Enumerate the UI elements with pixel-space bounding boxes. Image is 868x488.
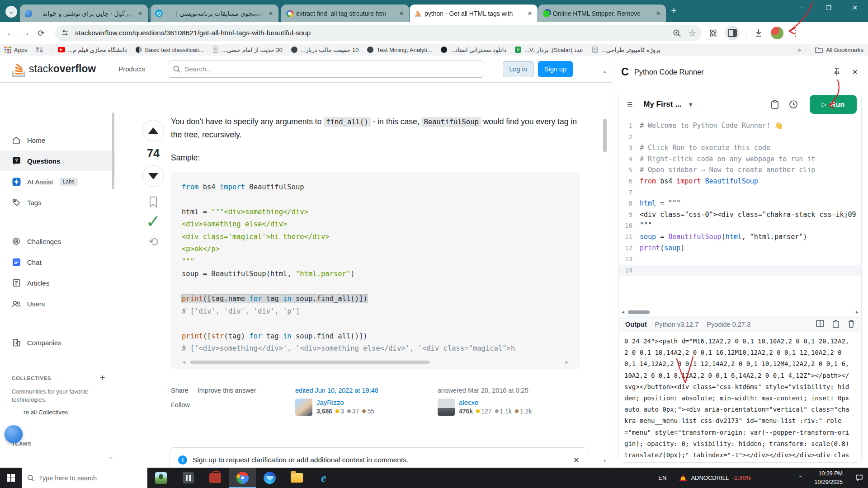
sidebar-item-companies[interactable]: Companies xyxy=(0,332,115,353)
editor-line[interactable]: 2 xyxy=(619,131,861,143)
stock-ticker[interactable]: ADNOCDRILL -2.60% xyxy=(673,474,757,481)
code-hscroll-thumb[interactable] xyxy=(190,361,430,364)
bookmark-item[interactable]: پروژه کامپیوتر طراحی... xyxy=(591,46,660,53)
downloads-icon[interactable] xyxy=(753,27,764,39)
editor-hscroll-thumb[interactable] xyxy=(628,310,650,314)
sidebar-item-challenges[interactable]: Challenges xyxy=(0,231,115,252)
scroll-right-icon[interactable]: ► xyxy=(855,310,859,314)
bookmark-icon[interactable] xyxy=(149,196,158,208)
bookmark-item[interactable]: دانلود سخنرانی استاد... xyxy=(440,46,507,53)
extensions-icon[interactable] xyxy=(707,27,719,39)
user-name-link[interactable]: JayRizzo xyxy=(316,399,374,406)
editor-line[interactable]: 9<div class="css-0"><div class="chakra-s… xyxy=(619,209,861,221)
page-scrollbar[interactable]: ▲ ▼ xyxy=(602,56,608,468)
copy-output-icon[interactable] xyxy=(832,320,840,328)
browser-tab[interactable]: ویرگول - جایی برای نوشتن و خواند✕ xyxy=(20,5,148,22)
minimize-button[interactable]: ─ xyxy=(789,0,816,15)
history-clock-icon[interactable] xyxy=(789,100,798,109)
run-button[interactable]: ▷ Run xyxy=(810,95,857,114)
tab-close-icon[interactable]: ✕ xyxy=(526,9,534,18)
sidebar-scroll-down-icon[interactable]: ⌄ xyxy=(108,453,113,460)
taskbar-app-edge[interactable] xyxy=(256,468,283,488)
so-search-box[interactable]: Search... xyxy=(168,61,484,78)
scroll-left-icon[interactable]: ◄ xyxy=(621,310,625,314)
tab-close-icon[interactable]: ✕ xyxy=(267,9,275,18)
browser-tab[interactable]: python - Get all HTML tags with✕ xyxy=(410,5,538,22)
start-button[interactable] xyxy=(0,468,22,488)
sidebar-item-questions[interactable]: ?Questions xyxy=(0,150,115,171)
editor-line[interactable]: 7 xyxy=(619,187,861,198)
trash-icon[interactable] xyxy=(848,320,855,328)
sidebar-scrollbar[interactable] xyxy=(112,113,114,189)
upvote-button[interactable] xyxy=(142,120,164,141)
follow-link[interactable]: Follow xyxy=(171,401,190,408)
hamburger-menu-icon[interactable]: ≡ xyxy=(627,99,632,110)
taskbar-app-chrome[interactable] xyxy=(229,468,256,488)
site-info-icon[interactable] xyxy=(61,29,71,37)
zoom-icon[interactable] xyxy=(673,29,681,38)
bookmark-item[interactable]: Basic text classificati... xyxy=(135,46,204,53)
notification-center-icon[interactable] xyxy=(850,468,868,488)
editor-line[interactable]: 11soup = BeautifulSoup(html, "html.parse… xyxy=(619,231,861,243)
output-console[interactable]: 0 24 24"><path d="M16,12A2,2 0 0,1 18,10… xyxy=(619,332,861,462)
pin-icon[interactable] xyxy=(833,68,840,76)
editor-line[interactable]: 3# Click Run to execute this code xyxy=(619,142,861,154)
editor-hscrollbar[interactable]: ◄ ► xyxy=(619,308,861,316)
nav-products[interactable]: Products xyxy=(113,61,151,76)
user-name-link[interactable]: alecxe xyxy=(459,399,532,406)
bookmark-item[interactable]: Vعدد (Scalar), بردار ,V... xyxy=(514,46,583,53)
taskbar-app-ie[interactable]: e xyxy=(310,468,337,488)
editor-line[interactable]: 4# Right-click code on any webpage to ru… xyxy=(619,154,861,165)
profile-avatar[interactable] xyxy=(771,27,783,39)
user-avatar[interactable] xyxy=(438,399,455,416)
tab-close-icon[interactable]: ✕ xyxy=(654,9,662,18)
login-button[interactable]: Log in xyxy=(503,61,533,77)
edited-link[interactable]: edited Jun 10, 2022 at 19:48 xyxy=(295,387,438,394)
taskbar-clock[interactable]: 10:29 PM10/29/2025 xyxy=(814,469,850,486)
bookmark-item[interactable]: 30 حدیث از امام حسی... xyxy=(212,46,283,53)
bookmark-item[interactable]: Text Mining, Analyti... xyxy=(367,46,432,53)
downvote-button[interactable] xyxy=(142,165,164,187)
banner-close-icon[interactable]: ✕ xyxy=(573,455,580,465)
sidebar-item-articles[interactable]: Articles xyxy=(0,272,115,293)
url-text[interactable]: stackoverflow.com/questions/36108621/get… xyxy=(75,29,311,37)
apps-shortcut[interactable]: Apps xyxy=(5,47,28,53)
bookmark-star-icon[interactable]: ☆ xyxy=(689,28,696,38)
editor-line[interactable]: 5# Open sidebar → New to create another … xyxy=(619,164,861,176)
back-icon[interactable]: ← xyxy=(3,28,18,38)
editor-line[interactable]: 12print(soup) xyxy=(619,243,861,254)
close-button[interactable]: ✕ xyxy=(842,0,868,15)
editor-line[interactable]: 8html = """ xyxy=(619,198,861,209)
explore-collectives-link[interactable]: re all Collectives xyxy=(0,409,115,416)
tab-close-icon[interactable]: ✕ xyxy=(136,9,144,18)
so-logo[interactable]: stackoverflow xyxy=(12,61,96,77)
taskbar-app-toolbox[interactable] xyxy=(202,468,229,488)
taskbar-app-photos[interactable] xyxy=(147,468,175,488)
sidebar-item-home[interactable]: Home xyxy=(0,130,115,150)
tab-search-button[interactable]: ⌄ xyxy=(5,6,17,18)
tray-expand-chevron[interactable]: ⌃ xyxy=(757,475,814,481)
chevron-down-icon[interactable]: ▼ xyxy=(688,101,693,108)
scroll-down-icon[interactable]: ▼ xyxy=(603,459,607,463)
sidebar-item-ai-assist[interactable]: AI AssistLabs xyxy=(0,171,115,192)
clip-name[interactable]: My First ... xyxy=(643,100,681,109)
editor-line[interactable]: 13 xyxy=(619,253,861,265)
sidebar-item-tags[interactable]: Tags xyxy=(0,192,115,213)
panel-close-icon[interactable]: ✕ xyxy=(852,68,858,76)
clipboard-icon[interactable] xyxy=(771,100,779,109)
tab-close-icon[interactable]: ✕ xyxy=(397,9,406,18)
code-hscrollbar[interactable]: ◄ ► xyxy=(182,359,569,366)
browser-tab[interactable]: extract find_all tag strcuture htm✕ xyxy=(281,5,409,22)
page-scrollbar-thumb[interactable] xyxy=(603,119,607,152)
side-panel-icon[interactable] xyxy=(725,26,740,40)
editor-line[interactable]: 14 xyxy=(619,265,861,276)
new-tab-button[interactable]: + xyxy=(671,5,677,17)
taskbar-app-columns[interactable] xyxy=(175,468,202,488)
floating-widget-avatar[interactable] xyxy=(5,425,23,443)
user-avatar[interactable] xyxy=(295,399,312,416)
sidebar-item-users[interactable]: Users xyxy=(0,293,115,314)
address-bar[interactable]: stackoverflow.com/questions/36108621/get… xyxy=(55,25,702,41)
sidebar-item-chat[interactable]: Chat xyxy=(0,252,115,272)
browser-tab[interactable]: Online HTML Stripper. Remove ✕ xyxy=(538,5,666,22)
language-indicator[interactable]: EN xyxy=(652,474,673,481)
